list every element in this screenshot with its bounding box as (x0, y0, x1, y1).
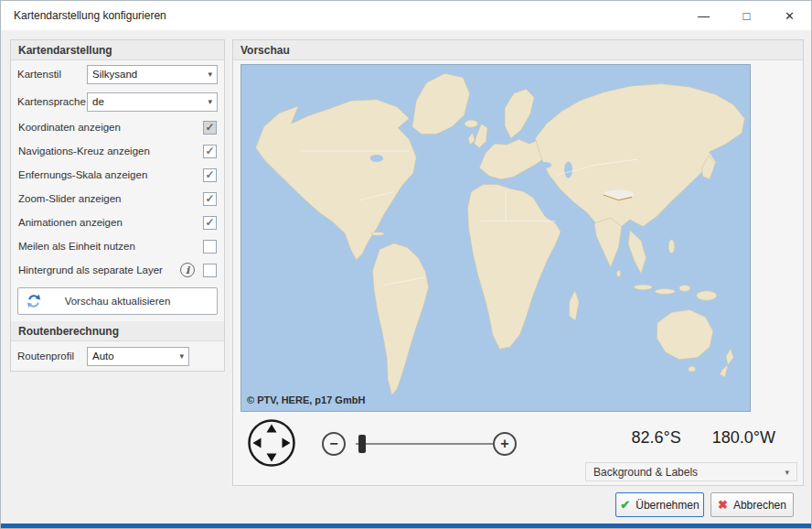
longitude-value: 180.0°W (712, 428, 775, 448)
settings-panel: Kartendarstellung Kartenstil Silkysand ▾… (10, 39, 225, 372)
cancel-button[interactable]: ✖ Abbrechen (710, 492, 794, 517)
apply-button-label: Übernehmen (636, 499, 699, 512)
checkbox-zoom-slider[interactable]: ✓ (203, 192, 217, 206)
map-style-label: Kartenstil (17, 69, 87, 80)
chevron-down-icon: ▾ (179, 351, 184, 361)
dialog-window: Kartendarstellung konfigurieren — □ ✕ Ka… (0, 0, 812, 529)
maximize-button[interactable]: □ (725, 1, 768, 30)
checkbox-navigations-kreuz[interactable]: ✓ (203, 145, 217, 158)
checkbox-label: Hintergrund als separate Layer (18, 264, 180, 275)
map-style-dropdown[interactable]: Silkysand ▾ (87, 65, 218, 84)
zoom-out-icon: − (329, 436, 337, 452)
checkbox-row: Zoom-Slider anzeigen ✓ (11, 187, 224, 211)
coordinates-readout: 82.6°S 180.0°W (632, 428, 775, 448)
zoom-out-button[interactable]: − (322, 432, 346, 456)
chevron-down-icon: ▾ (208, 97, 212, 106)
chevron-down-icon: ▾ (785, 468, 789, 477)
checkbox-entfernungs-skala[interactable]: ✓ (203, 168, 217, 182)
world-map (241, 65, 750, 411)
checkbox-label: Zoom-Slider anzeigen (18, 193, 203, 204)
window-controls: — □ ✕ (682, 1, 811, 30)
checkbox-row: Meilen als Einheit nutzen (11, 234, 224, 258)
minimize-button[interactable]: — (682, 1, 725, 30)
nav-cross-icon (246, 417, 297, 469)
zoom-in-icon: + (500, 436, 508, 452)
zoom-in-button[interactable]: + (493, 432, 517, 456)
refresh-button-wrap: Vorschau aktualisieren (11, 282, 224, 321)
checkbox-label: Enfernungs-Skala anzeigen (18, 169, 203, 180)
window-title: Kartendarstellung konfigurieren (14, 9, 166, 22)
refresh-preview-button[interactable]: Vorschau aktualisieren (17, 287, 218, 315)
route-profile-label: Routenprofil (17, 351, 87, 362)
map-language-label: Kartensprache (17, 96, 87, 107)
checkbox-label: Animationen anzeigen (18, 217, 203, 228)
apply-check-icon: ✔ (620, 498, 630, 512)
cancel-button-label: Abbrechen (733, 499, 786, 512)
latitude-value: 82.6°S (632, 428, 681, 448)
routing-header: Routenberechnung (11, 321, 224, 341)
checkbox-animationen[interactable]: ✓ (203, 216, 217, 230)
zoom-slider-handle[interactable] (358, 435, 366, 453)
checkbox-row: Navigations-Kreuz anzeigen ✓ (11, 139, 224, 163)
close-icon: ✕ (785, 9, 795, 23)
route-profile-row: Routenprofil Auto ▾ (11, 341, 224, 371)
refresh-button-label: Vorschau aktualisieren (65, 296, 171, 307)
maximize-icon: □ (743, 9, 751, 23)
map-preview[interactable]: © PTV, HERE, p17 GmbH (240, 64, 751, 412)
checkbox-label: Meilen als Einheit nutzen (18, 241, 203, 252)
minimize-icon: — (698, 9, 710, 23)
window-bottom-accent (1, 524, 811, 528)
map-style-row: Kartenstil Silkysand ▾ (11, 60, 224, 88)
titlebar[interactable]: Kartendarstellung konfigurieren — □ ✕ (1, 1, 811, 30)
close-button[interactable]: ✕ (768, 1, 811, 30)
chevron-down-icon: ▾ (208, 70, 212, 79)
layer-dropdown[interactable]: Background & Labels ▾ (585, 462, 797, 481)
checkbox-row: Animationen anzeigen ✓ (11, 211, 224, 234)
layer-dropdown-value: Background & Labels (593, 466, 698, 479)
preview-header: Vorschau (233, 40, 803, 60)
checkbox-label: Koordinaten anzeigen (18, 122, 203, 133)
checkbox-hintergrund-layer[interactable] (203, 264, 217, 277)
checkbox-row: Enfernungs-Skala anzeigen ✓ (11, 163, 224, 187)
apply-button[interactable]: ✔ Übernehmen (615, 492, 704, 517)
checkbox-row: Hintergrund als separate Layer i (11, 258, 224, 282)
route-profile-value: Auto (92, 351, 114, 362)
checkbox-row: Koordinaten anzeigen ✓ (11, 115, 224, 139)
preview-panel: Vorschau (232, 39, 804, 486)
checkbox-koordinaten[interactable]: ✓ (203, 121, 217, 135)
map-style-value: Silkysand (92, 69, 137, 80)
checkbox-meilen[interactable] (203, 240, 217, 254)
info-icon[interactable]: i (180, 263, 195, 277)
refresh-icon (27, 294, 41, 308)
map-display-header: Kartendarstellung (11, 40, 224, 60)
map-language-value: de (92, 96, 104, 107)
zoom-slider-track[interactable] (356, 443, 493, 445)
map-language-row: Kartensprache de ▾ (11, 88, 224, 115)
pan-control[interactable] (246, 417, 297, 469)
map-copyright: © PTV, HERE, p17 GmbH (247, 394, 365, 405)
cancel-x-icon: ✖ (718, 498, 728, 512)
route-profile-dropdown[interactable]: Auto ▾ (87, 347, 189, 366)
checkbox-label: Navigations-Kreuz anzeigen (18, 146, 203, 157)
map-language-dropdown[interactable]: de ▾ (87, 92, 218, 112)
